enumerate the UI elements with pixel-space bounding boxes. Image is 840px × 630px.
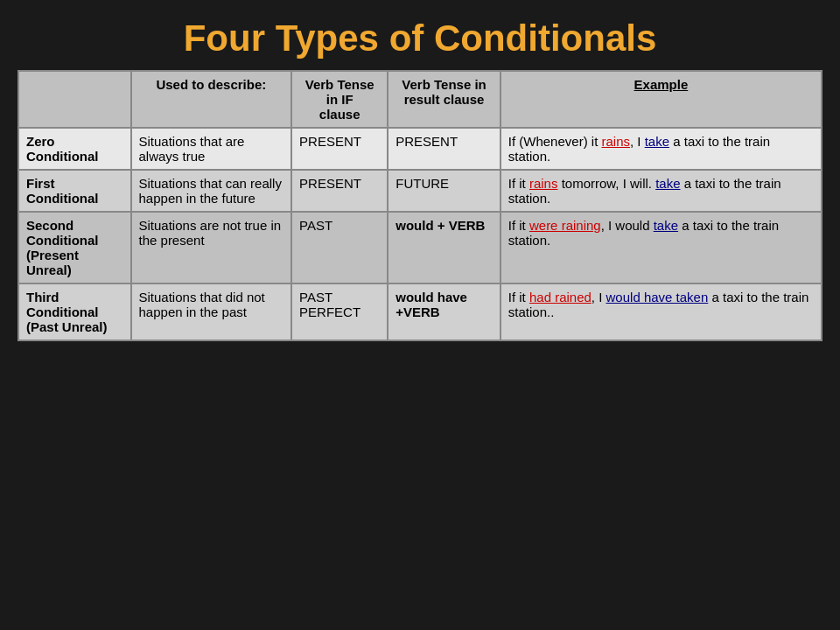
conditionals-table: Used to describe: Verb Tensein IFclause … <box>18 70 822 341</box>
page-container: Four Types of Conditionals Used to descr… <box>0 0 840 630</box>
page-title: Four Types of Conditionals <box>18 9 822 70</box>
verb-if-first: PRESENT <box>291 170 388 212</box>
describe-zero: Situations that are always true <box>131 128 292 170</box>
example-first-rains: rains <box>529 176 558 191</box>
table-header-row: Used to describe: Verb Tensein IFclause … <box>18 71 822 128</box>
header-example: Example <box>500 71 822 128</box>
example-first-take: take <box>655 176 680 191</box>
verb-result-zero: PRESENT <box>388 128 500 170</box>
row-third-conditional: Third Conditional (Past Unreal) Situatio… <box>18 284 822 340</box>
name-third: Third Conditional (Past Unreal) <box>18 284 131 340</box>
verb-result-first: FUTURE <box>388 170 500 212</box>
header-verb-if: Verb Tensein IFclause <box>291 71 388 128</box>
name-first: First Conditional <box>18 170 131 212</box>
example-second-take: take <box>654 218 678 233</box>
name-zero: Zero Conditional <box>18 128 131 170</box>
header-verb-result: Verb Tense in result clause <box>388 71 500 128</box>
verb-result-third: would have +VERB <box>388 284 500 340</box>
table-wrapper: Used to describe: Verb Tensein IFclause … <box>18 70 822 621</box>
example-zero-take: take <box>645 134 669 149</box>
describe-first: Situations that can really happen in the… <box>131 170 292 212</box>
verb-if-zero: PRESENT <box>291 128 388 170</box>
example-third-would-have-taken: would have taken <box>606 290 709 304</box>
example-second: If it were raining, I would take a taxi … <box>500 212 822 284</box>
verb-result-second: would + VERB <box>388 212 500 284</box>
name-second: Second Conditional (Present Unreal) <box>18 212 131 284</box>
verb-if-third: PAST PERFECT <box>291 284 388 340</box>
verb-if-second: PAST <box>291 212 388 284</box>
row-zero-conditional: Zero Conditional Situations that are alw… <box>18 128 822 170</box>
example-zero-rains: rains <box>601 134 630 149</box>
describe-second: Situations are not true in the present <box>131 212 292 284</box>
row-first-conditional: First Conditional Situations that can re… <box>18 170 822 212</box>
example-zero: If (Whenever) it rains, I take a taxi to… <box>500 128 822 170</box>
example-first: If it rains tomorrow, I will. take a tax… <box>500 170 822 212</box>
example-second-were-raining: were raining <box>529 218 601 233</box>
example-third: If it had rained, I would have taken a t… <box>500 284 822 340</box>
example-third-had-rained: had rained <box>529 290 592 304</box>
describe-third: Situations that did not happen in the pa… <box>131 284 292 340</box>
row-second-conditional: Second Conditional (Present Unreal) Situ… <box>18 212 822 284</box>
header-name <box>18 71 131 128</box>
header-describe: Used to describe: <box>131 71 292 128</box>
